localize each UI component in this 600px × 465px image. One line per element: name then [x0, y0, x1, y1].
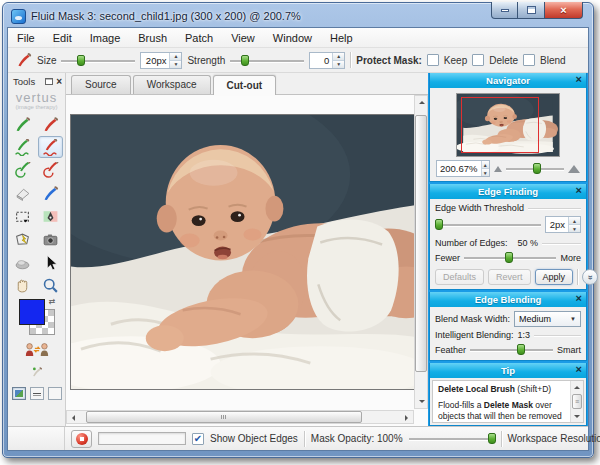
- tip-header[interactable]: Tip ×: [430, 363, 586, 378]
- tab-cut-out[interactable]: Cut-out: [213, 75, 277, 95]
- close-navigator-icon[interactable]: ×: [576, 74, 582, 85]
- size-spin-down-button[interactable]: ▼: [170, 60, 181, 68]
- horizontal-scroll-thumb[interactable]: [86, 411, 361, 423]
- navigator-view-rectangle[interactable]: [461, 97, 539, 153]
- close-edge-blending-icon[interactable]: ×: [576, 293, 582, 304]
- menu-help[interactable]: Help: [321, 29, 362, 47]
- strength-spinbox[interactable]: 0 ▲ ▼: [309, 52, 345, 69]
- show-object-edges-checkbox[interactable]: ✔: [192, 433, 204, 445]
- zoom-spin-up-button[interactable]: ▲: [482, 161, 489, 168]
- delete-brush-tool[interactable]: [38, 113, 63, 135]
- canvas-horizontal-scrollbar[interactable]: [66, 410, 414, 424]
- maximize-button[interactable]: [518, 2, 545, 19]
- defaults-button[interactable]: Defaults: [435, 269, 484, 285]
- pan-hand-tool[interactable]: [10, 274, 35, 296]
- float-panel-icon[interactable]: [45, 78, 53, 85]
- swap-colors-icon[interactable]: ⇄: [49, 297, 56, 306]
- number-of-edges-slider[interactable]: [464, 251, 556, 264]
- tip-scrollbar[interactable]: ≡: [570, 381, 583, 422]
- people-swap-button[interactable]: [20, 338, 54, 360]
- collapse-panel-button[interactable]: «: [582, 269, 598, 285]
- panel-column: Navigator × 200.67%: [428, 73, 588, 426]
- tip-scroll-thumb[interactable]: ≡: [572, 394, 582, 409]
- tab-source[interactable]: Source: [71, 75, 131, 94]
- size-spinbox[interactable]: 20px ▲ ▼: [140, 52, 182, 69]
- size-spin-up-button[interactable]: ▲: [170, 53, 181, 60]
- menu-edit[interactable]: Edit: [44, 29, 81, 47]
- feather-smart-slider[interactable]: [470, 343, 553, 356]
- canvas-vertical-scrollbar[interactable]: [414, 95, 428, 409]
- stop-button[interactable]: [71, 430, 92, 448]
- scroll-up-icon[interactable]: [571, 381, 583, 393]
- zoom-spinbox[interactable]: 200.67% ▲ ▼: [436, 160, 490, 177]
- mini-brush-button[interactable]: [24, 361, 49, 383]
- scroll-left-icon[interactable]: [67, 411, 80, 424]
- edge-finding-header[interactable]: Edge Finding ×: [430, 184, 586, 199]
- revert-button[interactable]: Revert: [488, 269, 531, 285]
- edge-blending-header[interactable]: Edge Blending ×: [430, 292, 586, 307]
- strength-spin-up-button[interactable]: ▲: [333, 53, 344, 60]
- snapshot-tool[interactable]: [38, 228, 63, 250]
- protect-keep-label: Keep: [444, 55, 467, 66]
- blend-brush-tool[interactable]: [38, 182, 63, 204]
- polygon-select-tool[interactable]: [10, 228, 35, 250]
- minimize-button[interactable]: [491, 2, 518, 19]
- menu-brush[interactable]: Brush: [129, 29, 176, 47]
- blend-mask-width-dropdown[interactable]: Medium ▼: [514, 311, 581, 327]
- scroll-down-icon[interactable]: [571, 410, 583, 422]
- close-button[interactable]: ×: [545, 2, 583, 19]
- protect-keep-checkbox[interactable]: [427, 54, 439, 66]
- keep-local-brush-tool[interactable]: [10, 136, 35, 158]
- stop-icon: [76, 433, 88, 445]
- maximize-icon: [527, 6, 536, 14]
- eraser-tool[interactable]: [10, 182, 35, 204]
- title-bar[interactable]: Fluid Mask 3: second_child1.jpg (300 x 2…: [7, 3, 589, 27]
- keep-brush-tool[interactable]: [10, 113, 35, 135]
- zoom-tool[interactable]: [38, 274, 63, 296]
- navigator-zoom-slider[interactable]: [506, 162, 564, 175]
- menu-file[interactable]: File: [8, 29, 44, 47]
- select-rectangle-tool[interactable]: [10, 205, 35, 227]
- baby-photo[interactable]: [70, 114, 426, 390]
- zoom-spin-down-button[interactable]: ▼: [482, 168, 489, 176]
- close-tip-icon[interactable]: ×: [576, 364, 582, 375]
- edge-width-threshold-slider[interactable]: [435, 218, 541, 231]
- menu-patch[interactable]: Patch: [176, 29, 222, 47]
- tip-text-bold: Delete Mask: [484, 400, 533, 410]
- size-slider[interactable]: [61, 54, 135, 67]
- view-split-button[interactable]: [30, 387, 44, 400]
- menu-image[interactable]: Image: [81, 29, 130, 47]
- protect-blend-checkbox[interactable]: [523, 54, 535, 66]
- scroll-down-icon[interactable]: [415, 395, 428, 408]
- vertical-scroll-thumb[interactable]: [415, 115, 427, 372]
- threshold-spinbox[interactable]: 2px ▲ ▼: [545, 216, 581, 233]
- navigator-thumbnail[interactable]: [456, 93, 560, 157]
- threshold-spin-down-button[interactable]: ▼: [569, 224, 580, 232]
- strength-spin-down-button[interactable]: ▼: [333, 60, 344, 68]
- image-canvas[interactable]: [66, 95, 428, 426]
- scroll-up-icon[interactable]: [415, 96, 428, 109]
- select-arrow-tool[interactable]: [38, 251, 63, 273]
- mask-opacity-slider[interactable]: [409, 432, 495, 445]
- threshold-spin-up-button[interactable]: ▲: [569, 217, 580, 224]
- view-single-button[interactable]: [12, 387, 26, 400]
- delete-global-brush-tool[interactable]: [38, 159, 63, 181]
- zoom-out-icon[interactable]: [494, 166, 502, 172]
- view-blank-button[interactable]: [48, 387, 62, 400]
- foreground-swatch[interactable]: [19, 299, 45, 325]
- keep-global-brush-tool[interactable]: [10, 159, 35, 181]
- strength-slider[interactable]: [230, 54, 304, 67]
- menu-view[interactable]: View: [222, 29, 264, 47]
- close-edge-finding-icon[interactable]: ×: [576, 185, 582, 196]
- close-tools-icon[interactable]: ×: [56, 77, 62, 87]
- scroll-right-icon[interactable]: [400, 411, 413, 424]
- navigator-header[interactable]: Navigator ×: [430, 73, 586, 88]
- menu-window[interactable]: Window: [264, 29, 321, 47]
- zoom-in-icon[interactable]: [568, 165, 580, 173]
- tab-workspace[interactable]: Workspace: [133, 75, 211, 94]
- delete-local-brush-tool[interactable]: [38, 136, 63, 158]
- smudge-tool[interactable]: [10, 251, 35, 273]
- pen-mask-tool[interactable]: [38, 205, 63, 227]
- apply-button[interactable]: Apply: [535, 269, 574, 285]
- protect-delete-checkbox[interactable]: [472, 54, 484, 66]
